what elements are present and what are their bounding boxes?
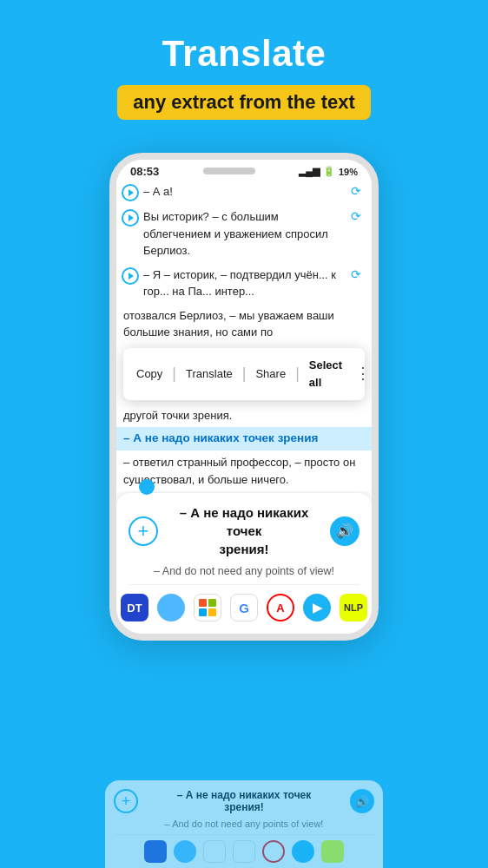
copy-button[interactable]: Copy — [132, 364, 167, 385]
bg-panel-text-row: + – А не надо никаких точекзрения! 🔊 — [114, 789, 374, 813]
bg-panel-inner: + – А не надо никаких точекзрения! 🔊 – A… — [105, 780, 383, 868]
translate-btn-2[interactable]: ⟳ — [347, 208, 365, 226]
top-section: Translate any extract from the text — [0, 0, 488, 137]
app-icon-microsoft[interactable] — [194, 594, 221, 621]
translate-btn-3[interactable]: ⟳ — [347, 266, 365, 284]
app-icon-a[interactable]: A — [267, 594, 294, 621]
overlay-text-3: – ответил странный профессор, – просто о… — [116, 450, 372, 491]
reader-area: – А а! ⟳ Вы историк? – с большим облегче… — [116, 180, 372, 491]
play-btn-2[interactable] — [122, 209, 139, 227]
phone-container: 08:53 ▂▄▆ 🔋 19% – А а! ⟳ — [109, 153, 379, 641]
overlay-text-1: отозвался Берлиоз, – мы уважаем ваши бол… — [116, 304, 372, 345]
translate-btn-1[interactable]: ⟳ — [347, 183, 365, 201]
play-btn-1[interactable] — [122, 184, 139, 201]
overlay-area: отозвался Берлиоз, – мы уважаем ваши бол… — [116, 304, 372, 492]
battery-icon: 🔋 — [323, 166, 335, 177]
overlay-text-2: другой точки зрения. — [116, 404, 372, 428]
selection-handle — [139, 479, 155, 495]
highlighted-text: – А не надо никаких точек зрения — [123, 431, 318, 444]
reader-text-2: Вы историк? – с большим облегчением и ув… — [143, 208, 347, 260]
context-menu: Copy | Translate | Share | Select all ⋮ — [123, 348, 365, 400]
bg-phone-panel: + – А не надо никаких точекзрения! 🔊 – A… — [105, 780, 383, 868]
add-button[interactable]: + — [129, 516, 158, 546]
reader-text-1: – А а! — [143, 183, 347, 201]
share-button[interactable]: Share — [251, 364, 290, 385]
app-icon-dt[interactable]: DT — [121, 594, 148, 621]
bg-trans-orig: – And do not need any points of view! — [114, 819, 374, 835]
highlighted-row: – А не надо никаких точек зрения — [116, 427, 372, 450]
translation-panel: + – А не надо никаких точекзрения! 🔊 – A… — [116, 493, 372, 634]
battery-level: 19% — [339, 167, 358, 177]
phone-notch — [203, 168, 255, 174]
translated-text-display: – And do not need any points of view! — [129, 565, 359, 585]
source-text-display: – А не надо никаких точекзрения! — [167, 503, 321, 558]
bg-add-circle: + — [114, 789, 138, 813]
app-icons-row: DT G A ▶ — [129, 594, 359, 625]
signal-icon: ▂▄▆ — [299, 166, 320, 177]
bg-app-icons — [114, 840, 374, 868]
reader-text-3: – Я – историк, – подтвердил учён... к го… — [143, 266, 347, 300]
reader-row-2: Вы историк? – с большим облегчением и ув… — [116, 205, 372, 263]
status-right: ▂▄▆ 🔋 19% — [299, 166, 358, 177]
app-icon-bubble[interactable] — [157, 594, 185, 621]
reader-row-1: – А а! ⟳ — [116, 180, 372, 205]
subtitle-badge: any extract from the text — [117, 85, 371, 120]
reader-row-3: – Я – историк, – подтвердил учён... к го… — [116, 263, 372, 304]
bg-panel-text: – А не надо никаких точекзрения! — [145, 789, 343, 813]
bg-speaker-icon: 🔊 — [350, 789, 374, 813]
more-icon[interactable]: ⋮ — [355, 362, 371, 386]
speaker-button[interactable]: 🔊 — [330, 516, 359, 546]
trans-panel-top: + – А не надо никаких точекзрения! 🔊 — [129, 503, 359, 558]
play-btn-3[interactable] — [122, 267, 139, 285]
app-icon-arrow[interactable]: ▶ — [303, 594, 331, 621]
app-icon-google[interactable]: G — [230, 594, 258, 621]
status-bar: 08:53 ▂▄▆ 🔋 19% — [116, 160, 372, 180]
page-title: Translate — [0, 33, 488, 75]
status-time: 08:53 — [130, 165, 159, 178]
translate-button[interactable]: Translate — [181, 364, 237, 385]
phone-body: 08:53 ▂▄▆ 🔋 19% – А а! ⟳ — [109, 153, 379, 641]
app-icon-nlp[interactable]: NLP — [340, 594, 367, 621]
select-all-button[interactable]: Select all — [305, 355, 346, 393]
google-g-icon: G — [239, 601, 249, 615]
